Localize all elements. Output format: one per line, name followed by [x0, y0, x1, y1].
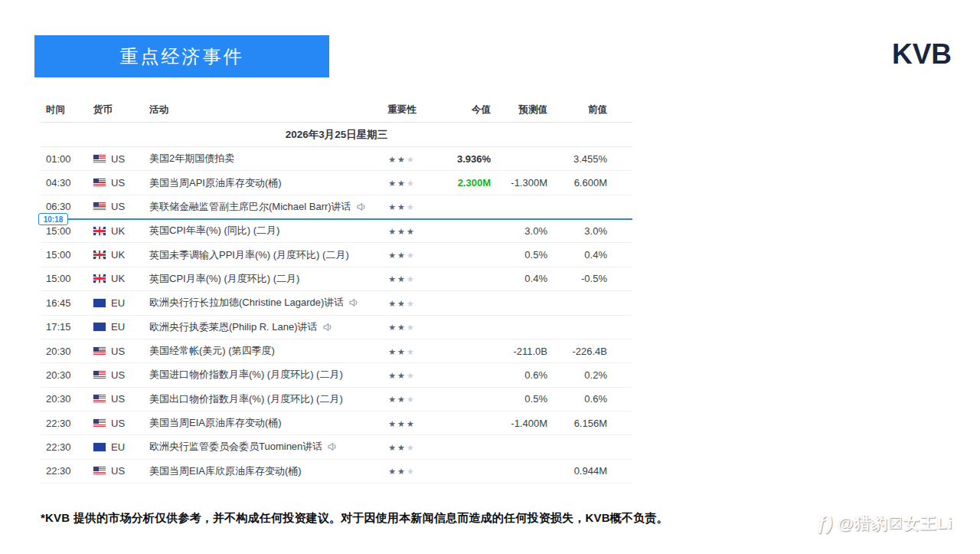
star-icon: ★ — [397, 347, 407, 356]
table-row: 15:00 UK 英国未季调输入PPI月率(%) (月度环比) (二月) ★★★… — [41, 243, 632, 267]
currency-code: US — [111, 418, 125, 429]
importance-stars: ★★★ — [379, 393, 425, 405]
event-name: 美国2年期国债拍卖 — [149, 152, 234, 166]
disclaimer-text: *KVB 提供的市场分析仅供参考，并不构成任何投资建议。对于因使用本新闻信息而造… — [41, 511, 730, 526]
event-activity-cell: 英国CPI月率(%) (月度环比) (二月) — [149, 272, 379, 286]
actual-value: 3.936% — [425, 153, 491, 165]
star-icon: ★ — [397, 371, 407, 380]
event-activity-cell: 欧洲央行执委莱恩(Philip R. Lane)讲话 — [149, 320, 379, 334]
star-icon: ★ — [407, 395, 416, 404]
us-flag-icon — [93, 347, 106, 356]
table-row: 20:30 US 美国经常帐(美元) (第四季度) ★★★ -211.0B -2… — [41, 339, 632, 363]
importance-stars: ★★★ — [379, 273, 425, 284]
previous-value: 0.2% — [547, 369, 607, 381]
event-name: 英国未季调输入PPI月率(%) (月度环比) (二月) — [149, 248, 349, 262]
star-icon: ★ — [388, 299, 397, 308]
star-icon: ★ — [397, 179, 407, 188]
forecast-value: 0.6% — [491, 369, 547, 381]
event-name: 美联储金融监管副主席巴尔(Michael Barr)讲话 — [149, 200, 351, 214]
speaker-icon[interactable] — [349, 298, 359, 307]
event-activity-cell: 美国进口物价指数月率(%) (月度环比) (二月) — [149, 368, 379, 382]
forecast-value: 0.5% — [491, 249, 547, 261]
star-icon: ★ — [388, 443, 397, 452]
previous-value: -0.5% — [547, 273, 607, 284]
section-title-banner: 重点经济事件 — [34, 35, 329, 77]
eu-flag-icon — [93, 323, 106, 331]
importance-stars: ★★★ — [379, 346, 425, 357]
economic-calendar-table: 时间 货币 活动 重要性 今值 预测值 前值 2026年3月25日星期三 01:… — [41, 98, 632, 484]
table-row: 22:30 US 美国当周EIA库欣原油库存变动(桶) ★★★ 0.944M — [41, 460, 632, 484]
watermark: ƒ) @猎豹☒女王Li — [816, 513, 952, 534]
event-time: 20:30 — [41, 346, 88, 357]
currency-cell: EU — [88, 297, 149, 309]
us-flag-icon — [93, 395, 106, 403]
event-name: 美国进口物价指数月率(%) (月度环比) (二月) — [149, 368, 343, 382]
forecast-value: 0.4% — [491, 273, 547, 284]
star-icon: ★ — [388, 251, 397, 260]
star-icon: ★ — [407, 299, 416, 308]
table-row: 06:30 US 美联储金融监管副主席巴尔(Michael Barr)讲话 ★★… — [41, 195, 632, 219]
star-icon: ★ — [388, 202, 397, 211]
star-icon: ★ — [407, 251, 416, 260]
star-icon: ★ — [397, 467, 407, 476]
event-name: 欧洲央行监管委员会委员Tuominen讲话 — [149, 440, 322, 454]
speaker-icon[interactable] — [328, 442, 338, 451]
currency-cell: EU — [88, 321, 149, 333]
us-flag-icon — [93, 179, 106, 187]
header-currency: 货币 — [88, 103, 149, 116]
event-time: 16:45 — [41, 297, 88, 309]
currency-cell: US — [88, 418, 149, 429]
star-icon: ★ — [397, 443, 407, 452]
star-icon: ★ — [407, 155, 416, 164]
event-activity-cell: 欧洲央行行长拉加德(Christine Lagarde)讲话 — [149, 296, 379, 310]
previous-value: -226.4B — [547, 346, 607, 357]
event-time: 22:30 — [41, 465, 88, 477]
forecast-value: -1.400M — [491, 418, 547, 429]
us-flag-icon — [93, 155, 106, 163]
currency-code: US — [111, 201, 125, 212]
table-row: 15:00 UK 英国CPI年率(%) (同比) (二月) ★★★ 3.0% 3… — [41, 219, 632, 243]
previous-value: 3.455% — [547, 153, 607, 165]
date-header-row: 2026年3月25日星期三 — [41, 123, 632, 147]
importance-stars: ★★★ — [379, 321, 425, 333]
page: 重点经济事件 KVB 时间 货币 活动 重要性 今值 预测值 前值 2026年3… — [0, 0, 980, 554]
currency-code: US — [111, 393, 125, 405]
event-activity-cell: 美联储金融监管副主席巴尔(Michael Barr)讲话 — [149, 200, 379, 214]
currency-cell: US — [88, 177, 149, 188]
currency-code: US — [111, 346, 125, 357]
currency-cell: UK — [88, 273, 149, 284]
table-body: 01:00 US 美国2年期国债拍卖 ★★★ 3.936% 3.455% 04:… — [41, 147, 632, 484]
eu-flag-icon — [93, 443, 106, 451]
speaker-icon[interactable] — [357, 202, 367, 211]
kvb-logo: KVB — [885, 38, 959, 71]
star-icon: ★ — [407, 179, 416, 188]
table-row: 22:30 US 美国当周EIA原油库存变动(桶) ★★★ -1.400M 6.… — [41, 411, 632, 435]
star-icon: ★ — [388, 179, 397, 188]
speaker-icon[interactable] — [323, 323, 333, 332]
currency-code: EU — [111, 441, 125, 453]
previous-value: 0.6% — [547, 393, 607, 405]
importance-stars: ★★★ — [379, 153, 425, 165]
actual-value: 2.300M — [425, 177, 491, 188]
currency-cell: EU — [88, 441, 149, 453]
currency-code: UK — [111, 249, 125, 261]
star-icon: ★ — [388, 347, 397, 356]
event-activity-cell: 美国当周EIA原油库存变动(桶) — [149, 416, 379, 430]
currency-cell: US — [88, 465, 149, 477]
page-title: 重点经济事件 — [120, 44, 244, 69]
current-time-line — [67, 218, 632, 220]
uk-flag-icon — [93, 227, 106, 235]
previous-value: 6.600M — [547, 177, 607, 188]
star-icon: ★ — [397, 251, 407, 260]
uk-flag-icon — [93, 251, 106, 259]
forecast-value: 3.0% — [491, 225, 547, 237]
star-icon: ★ — [397, 227, 407, 236]
star-icon: ★ — [407, 419, 416, 428]
event-time: 20:30 — [41, 369, 88, 381]
importance-stars: ★★★ — [379, 441, 425, 453]
star-icon: ★ — [397, 274, 407, 284]
importance-stars: ★★★ — [379, 249, 425, 261]
star-icon: ★ — [407, 274, 416, 284]
us-flag-icon — [93, 419, 106, 428]
importance-stars: ★★★ — [379, 418, 425, 429]
